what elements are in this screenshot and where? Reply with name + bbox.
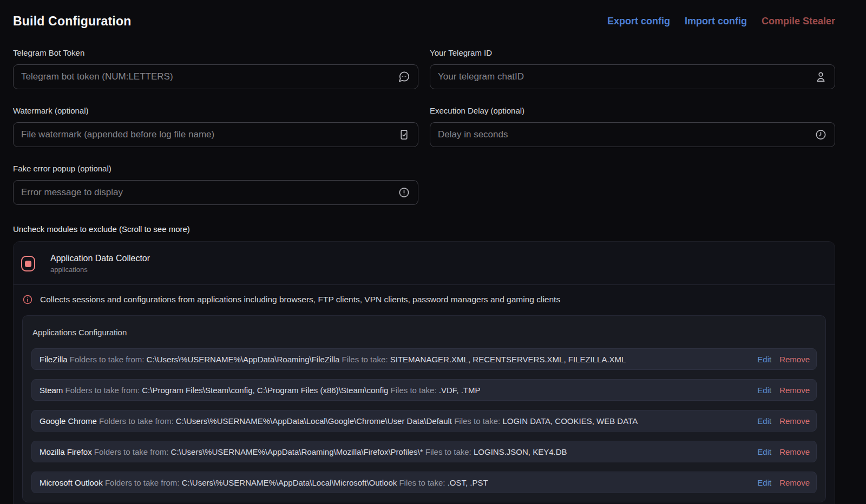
app-row-mozilla-firefox: Mozilla Firefox Folders to take from: C:… bbox=[31, 441, 817, 462]
execution-delay-input-wrap bbox=[430, 122, 835, 147]
telegram-id-input[interactable] bbox=[430, 65, 835, 89]
app-rows: FileZilla Folders to take from: C:\Users… bbox=[31, 348, 817, 493]
fake-error-label: Fake error popup (optional) bbox=[13, 164, 418, 173]
remove-button[interactable]: Remove bbox=[779, 478, 810, 487]
field-telegram-bot-token: Telegram Bot Token bbox=[13, 48, 418, 89]
build-configuration-page: Build Configuration Export config Import… bbox=[0, 0, 866, 504]
row-actions: Edit Remove bbox=[747, 386, 810, 395]
folders-value: C:\Program Files\Steam\config, C:\Progra… bbox=[142, 386, 388, 395]
panel-title: Applications Configuration bbox=[32, 328, 817, 337]
app-row-text: FileZilla Folders to take from: C:\Users… bbox=[40, 355, 626, 364]
module-header: Application Data Collector applications bbox=[14, 242, 835, 284]
telegram-bot-token-label: Telegram Bot Token bbox=[13, 48, 418, 57]
files-value: .OST, .PST bbox=[448, 478, 488, 487]
config-form: Telegram Bot Token Your Telegram ID bbox=[13, 48, 835, 205]
app-row-microsoft-outlook: Microsoft Outlook Folders to take from: … bbox=[31, 472, 817, 493]
telegram-id-label: Your Telegram ID bbox=[430, 48, 835, 57]
execution-delay-label: Execution Delay (optional) bbox=[430, 106, 835, 115]
export-config-button[interactable]: Export config bbox=[607, 16, 670, 27]
watermark-input-wrap bbox=[13, 122, 418, 147]
field-watermark: Watermark (optional) bbox=[13, 106, 418, 147]
app-row-steam: Steam Folders to take from: C:\Program F… bbox=[31, 379, 817, 401]
edit-button[interactable]: Edit bbox=[757, 355, 771, 364]
folders-label: Folders to take from: bbox=[99, 416, 174, 426]
execution-delay-input[interactable] bbox=[430, 123, 835, 147]
app-name: Steam bbox=[40, 386, 63, 395]
field-execution-delay: Execution Delay (optional) bbox=[430, 106, 835, 147]
files-label: Files to take: bbox=[399, 478, 445, 487]
remove-button[interactable]: Remove bbox=[779, 355, 810, 364]
app-row-text: Google Chrome Folders to take from: C:\U… bbox=[40, 416, 638, 426]
folders-value: C:\Users\%USERNAME%\AppData\Local\Micros… bbox=[182, 478, 397, 487]
row-actions: Edit Remove bbox=[747, 416, 810, 426]
module-description-row: Collects sessions and configurations fro… bbox=[14, 284, 835, 315]
fake-error-input[interactable] bbox=[14, 181, 418, 204]
watermark-label: Watermark (optional) bbox=[13, 106, 418, 115]
app-row-filezilla: FileZilla Folders to take from: C:\Users… bbox=[31, 348, 817, 370]
edit-button[interactable]: Edit bbox=[757, 447, 771, 456]
compile-button[interactable]: Compile Stealer bbox=[762, 16, 835, 27]
folders-value: C:\Users\%USERNAME%\AppData\Roaming\File… bbox=[147, 355, 340, 364]
folders-value: C:\Users\%USERNAME%\AppData\Local\Google… bbox=[176, 416, 452, 426]
page-title: Build Configuration bbox=[13, 14, 131, 29]
clock-icon bbox=[815, 129, 827, 141]
folders-label: Folders to take from: bbox=[65, 386, 140, 395]
files-value: LOGIN DATA, COOKIES, WEB DATA bbox=[502, 416, 638, 426]
fake-error-input-wrap bbox=[13, 180, 418, 205]
row-actions: Edit Remove bbox=[747, 447, 810, 456]
import-config-button[interactable]: Import config bbox=[685, 16, 747, 27]
watermark-input[interactable] bbox=[14, 123, 418, 147]
file-check-icon bbox=[398, 129, 410, 141]
folders-label: Folders to take from: bbox=[105, 478, 180, 487]
telegram-id-input-wrap bbox=[430, 64, 835, 89]
message-circle-icon bbox=[398, 71, 410, 83]
form-grid-spacer bbox=[430, 164, 835, 205]
module-subtitle: applications bbox=[50, 266, 150, 274]
app-row-text: Steam Folders to take from: C:\Program F… bbox=[40, 386, 480, 395]
field-telegram-id: Your Telegram ID bbox=[430, 48, 835, 89]
folders-label: Folders to take from: bbox=[70, 355, 145, 364]
files-label: Files to take: bbox=[342, 355, 388, 364]
remove-button[interactable]: Remove bbox=[779, 416, 810, 426]
remove-button[interactable]: Remove bbox=[779, 447, 810, 456]
topbar-actions: Export config Import config Compile Stea… bbox=[607, 16, 835, 27]
files-value: .VDF, .TMP bbox=[439, 386, 481, 395]
module-description: Collects sessions and configurations fro… bbox=[40, 295, 560, 304]
files-label: Files to take: bbox=[454, 416, 500, 426]
module-card: Application Data Collector applications … bbox=[13, 241, 835, 504]
app-name: Google Chrome bbox=[40, 416, 97, 426]
app-name: FileZilla bbox=[40, 355, 68, 364]
applications-config-panel: Applications Configuration FileZilla Fol… bbox=[22, 315, 826, 502]
edit-button[interactable]: Edit bbox=[757, 386, 771, 395]
field-fake-error: Fake error popup (optional) bbox=[13, 164, 418, 205]
files-label: Files to take: bbox=[425, 447, 471, 456]
app-name: Mozilla Firefox bbox=[40, 447, 92, 456]
folders-value: C:\Users\%USERNAME%\AppData\Roaming\Mozi… bbox=[171, 447, 423, 456]
folders-label: Folders to take from: bbox=[94, 447, 169, 456]
telegram-bot-token-input-wrap bbox=[13, 64, 418, 89]
files-value: LOGINS.JSON, KEY4.DB bbox=[474, 447, 567, 456]
edit-button[interactable]: Edit bbox=[757, 416, 771, 426]
app-row-google-chrome: Google Chrome Folders to take from: C:\U… bbox=[31, 410, 817, 432]
telegram-bot-token-input[interactable] bbox=[14, 65, 418, 89]
app-name: Microsoft Outlook bbox=[40, 478, 103, 487]
checkbox-check-mark bbox=[25, 261, 31, 267]
row-actions: Edit Remove bbox=[747, 355, 810, 364]
info-icon bbox=[22, 294, 33, 305]
files-label: Files to take: bbox=[391, 386, 437, 395]
app-row-text: Microsoft Outlook Folders to take from: … bbox=[40, 478, 488, 487]
module-title: Application Data Collector bbox=[50, 254, 150, 263]
edit-button[interactable]: Edit bbox=[757, 478, 771, 487]
remove-button[interactable]: Remove bbox=[779, 386, 810, 395]
topbar: Build Configuration Export config Import… bbox=[13, 14, 835, 29]
row-actions: Edit Remove bbox=[747, 478, 810, 487]
module-titles: Application Data Collector applications bbox=[50, 254, 150, 274]
files-value: SITEMANAGER.XML, RECENTSERVERS.XML, FILE… bbox=[390, 355, 626, 364]
module-checkbox[interactable] bbox=[21, 256, 35, 271]
modules-note: Uncheck modules to exclude (Scroll to se… bbox=[13, 224, 835, 234]
alert-circle-icon bbox=[398, 187, 410, 199]
user-icon bbox=[815, 71, 827, 83]
app-row-text: Mozilla Firefox Folders to take from: C:… bbox=[40, 447, 567, 456]
